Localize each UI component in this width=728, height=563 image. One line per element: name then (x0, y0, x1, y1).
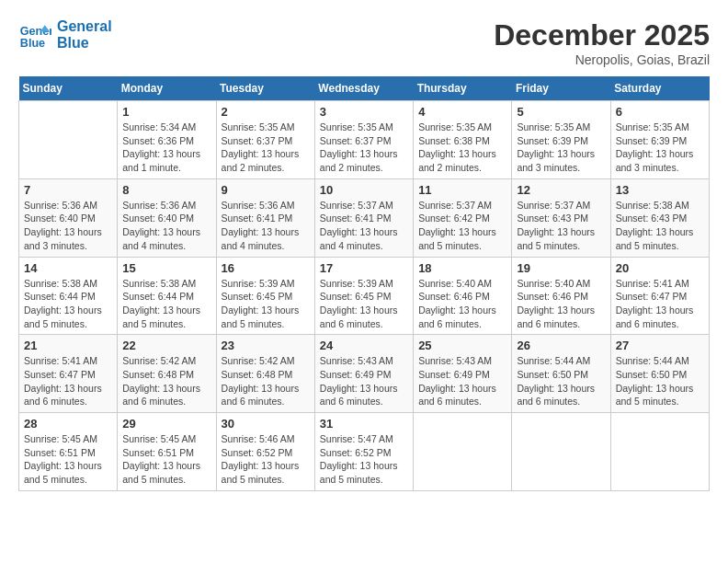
logo: General Blue General Blue (18, 18, 112, 52)
calendar-cell: 19Sunrise: 5:40 AM Sunset: 6:46 PM Dayli… (512, 257, 610, 335)
calendar-cell: 2Sunrise: 5:35 AM Sunset: 6:37 PM Daylig… (216, 101, 314, 179)
day-content: Sunrise: 5:37 AM Sunset: 6:41 PM Dayligh… (320, 199, 408, 253)
day-content: Sunrise: 5:35 AM Sunset: 6:39 PM Dayligh… (616, 121, 704, 175)
header-row: SundayMondayTuesdayWednesdayThursdayFrid… (19, 76, 710, 101)
day-content: Sunrise: 5:46 AM Sunset: 6:52 PM Dayligh… (222, 432, 310, 487)
day-content: Sunrise: 5:43 AM Sunset: 6:49 PM Dayligh… (320, 354, 408, 408)
calendar-table: SundayMondayTuesdayWednesdayThursdayFrid… (18, 76, 710, 491)
calendar-cell: 16Sunrise: 5:39 AM Sunset: 6:45 PM Dayli… (216, 257, 314, 335)
calendar-cell: 24Sunrise: 5:43 AM Sunset: 6:49 PM Dayli… (314, 335, 413, 413)
calendar-cell: 12Sunrise: 5:37 AM Sunset: 6:43 PM Dayli… (512, 178, 610, 257)
day-number: 11 (418, 183, 506, 197)
logo-line2: Blue (57, 35, 112, 52)
calendar-week-4: 21Sunrise: 5:41 AM Sunset: 6:47 PM Dayli… (19, 335, 710, 413)
month-title: December 2025 (494, 18, 710, 52)
day-number: 2 (222, 105, 310, 119)
calendar-cell: 18Sunrise: 5:40 AM Sunset: 6:46 PM Dayli… (414, 257, 512, 335)
header-sunday: Sunday (19, 76, 118, 101)
day-number: 27 (616, 339, 704, 352)
day-number: 10 (320, 183, 408, 197)
calendar-cell: 22Sunrise: 5:42 AM Sunset: 6:48 PM Dayli… (118, 335, 216, 413)
day-number: 22 (122, 339, 210, 352)
day-number: 16 (222, 261, 310, 275)
day-content: Sunrise: 5:45 AM Sunset: 6:51 PM Dayligh… (24, 432, 112, 487)
day-number: 6 (616, 105, 704, 119)
calendar-cell: 5Sunrise: 5:35 AM Sunset: 6:39 PM Daylig… (512, 101, 610, 179)
day-content: Sunrise: 5:35 AM Sunset: 6:37 PM Dayligh… (222, 121, 310, 175)
day-number: 24 (320, 339, 408, 352)
day-content: Sunrise: 5:47 AM Sunset: 6:52 PM Dayligh… (320, 432, 408, 487)
day-content: Sunrise: 5:37 AM Sunset: 6:43 PM Dayligh… (517, 199, 605, 253)
title-block: December 2025 Neropolis, Goias, Brazil (494, 18, 710, 67)
calendar-cell: 31Sunrise: 5:47 AM Sunset: 6:52 PM Dayli… (314, 413, 413, 491)
day-number: 30 (222, 417, 310, 431)
header-thursday: Thursday (414, 76, 512, 101)
day-content: Sunrise: 5:45 AM Sunset: 6:51 PM Dayligh… (122, 432, 210, 487)
day-content: Sunrise: 5:40 AM Sunset: 6:46 PM Dayligh… (517, 277, 605, 331)
calendar-week-5: 28Sunrise: 5:45 AM Sunset: 6:51 PM Dayli… (19, 413, 710, 491)
day-number: 1 (122, 105, 210, 119)
day-content: Sunrise: 5:37 AM Sunset: 6:42 PM Dayligh… (418, 199, 506, 253)
day-content: Sunrise: 5:43 AM Sunset: 6:49 PM Dayligh… (418, 354, 506, 408)
day-content: Sunrise: 5:38 AM Sunset: 6:43 PM Dayligh… (616, 199, 704, 253)
day-content: Sunrise: 5:35 AM Sunset: 6:39 PM Dayligh… (517, 121, 605, 175)
day-content: Sunrise: 5:38 AM Sunset: 6:44 PM Dayligh… (24, 277, 112, 331)
calendar-cell: 13Sunrise: 5:38 AM Sunset: 6:43 PM Dayli… (610, 178, 709, 257)
day-number: 17 (320, 261, 408, 275)
day-number: 25 (418, 339, 506, 352)
calendar-cell: 21Sunrise: 5:41 AM Sunset: 6:47 PM Dayli… (19, 335, 118, 413)
svg-text:Blue: Blue (20, 37, 45, 50)
calendar-cell: 30Sunrise: 5:46 AM Sunset: 6:52 PM Dayli… (216, 413, 314, 491)
day-number: 20 (616, 261, 704, 275)
calendar-week-1: 1Sunrise: 5:34 AM Sunset: 6:36 PM Daylig… (19, 101, 710, 179)
day-number: 4 (418, 105, 506, 119)
day-content: Sunrise: 5:42 AM Sunset: 6:48 PM Dayligh… (222, 354, 310, 408)
day-content: Sunrise: 5:42 AM Sunset: 6:48 PM Dayligh… (122, 354, 210, 408)
calendar-cell: 23Sunrise: 5:42 AM Sunset: 6:48 PM Dayli… (216, 335, 314, 413)
day-content: Sunrise: 5:38 AM Sunset: 6:44 PM Dayligh… (122, 277, 210, 331)
day-number: 18 (418, 261, 506, 275)
calendar-cell: 17Sunrise: 5:39 AM Sunset: 6:45 PM Dayli… (314, 257, 413, 335)
day-number: 7 (24, 183, 112, 197)
day-number: 19 (517, 261, 605, 275)
header-wednesday: Wednesday (314, 76, 413, 101)
day-number: 29 (122, 417, 210, 431)
day-content: Sunrise: 5:40 AM Sunset: 6:46 PM Dayligh… (418, 277, 506, 331)
day-content: Sunrise: 5:34 AM Sunset: 6:36 PM Dayligh… (122, 121, 210, 175)
logo-line1: General (57, 18, 112, 35)
day-number: 23 (222, 339, 310, 352)
day-content: Sunrise: 5:36 AM Sunset: 6:40 PM Dayligh… (24, 199, 112, 253)
calendar-cell (512, 413, 610, 491)
location-subtitle: Neropolis, Goias, Brazil (494, 52, 710, 67)
day-number: 12 (517, 183, 605, 197)
calendar-cell: 6Sunrise: 5:35 AM Sunset: 6:39 PM Daylig… (610, 101, 709, 179)
calendar-cell: 4Sunrise: 5:35 AM Sunset: 6:38 PM Daylig… (414, 101, 512, 179)
calendar-cell (414, 413, 512, 491)
day-number: 8 (122, 183, 210, 197)
day-number: 31 (320, 417, 408, 431)
calendar-cell: 8Sunrise: 5:36 AM Sunset: 6:40 PM Daylig… (118, 178, 216, 257)
calendar-cell: 1Sunrise: 5:34 AM Sunset: 6:36 PM Daylig… (118, 101, 216, 179)
day-content: Sunrise: 5:36 AM Sunset: 6:40 PM Dayligh… (122, 199, 210, 253)
calendar-cell: 29Sunrise: 5:45 AM Sunset: 6:51 PM Dayli… (118, 413, 216, 491)
header-friday: Friday (512, 76, 610, 101)
calendar-cell: 7Sunrise: 5:36 AM Sunset: 6:40 PM Daylig… (19, 178, 118, 257)
calendar-cell: 14Sunrise: 5:38 AM Sunset: 6:44 PM Dayli… (19, 257, 118, 335)
day-number: 28 (24, 417, 112, 431)
calendar-cell: 9Sunrise: 5:36 AM Sunset: 6:41 PM Daylig… (216, 178, 314, 257)
day-content: Sunrise: 5:35 AM Sunset: 6:37 PM Dayligh… (320, 121, 408, 175)
day-number: 15 (122, 261, 210, 275)
page-header: General Blue General Blue December 2025 … (18, 18, 710, 67)
logo-icon: General Blue (18, 18, 51, 52)
calendar-cell: 11Sunrise: 5:37 AM Sunset: 6:42 PM Dayli… (414, 178, 512, 257)
day-content: Sunrise: 5:35 AM Sunset: 6:38 PM Dayligh… (418, 121, 506, 175)
day-number: 13 (616, 183, 704, 197)
calendar-cell: 15Sunrise: 5:38 AM Sunset: 6:44 PM Dayli… (118, 257, 216, 335)
calendar-cell: 25Sunrise: 5:43 AM Sunset: 6:49 PM Dayli… (414, 335, 512, 413)
calendar-cell: 20Sunrise: 5:41 AM Sunset: 6:47 PM Dayli… (610, 257, 709, 335)
day-content: Sunrise: 5:41 AM Sunset: 6:47 PM Dayligh… (616, 277, 704, 331)
day-content: Sunrise: 5:41 AM Sunset: 6:47 PM Dayligh… (24, 354, 112, 408)
calendar-cell: 10Sunrise: 5:37 AM Sunset: 6:41 PM Dayli… (314, 178, 413, 257)
day-content: Sunrise: 5:39 AM Sunset: 6:45 PM Dayligh… (320, 277, 408, 331)
day-content: Sunrise: 5:44 AM Sunset: 6:50 PM Dayligh… (616, 354, 704, 408)
